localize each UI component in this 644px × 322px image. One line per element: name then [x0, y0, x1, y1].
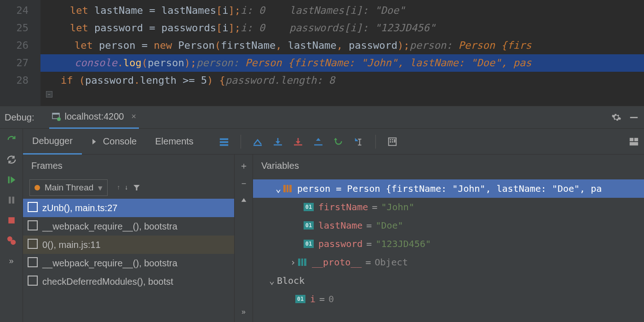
int-icon: 01 — [295, 295, 305, 303]
variables-tree[interactable]: ⌄ person = Person {firstName: "John", la… — [253, 177, 644, 322]
debug-session-tab[interactable]: localhost:4200 × — [49, 106, 139, 129]
svg-rect-7 — [12, 197, 14, 204]
evaluate-expression-button[interactable] — [384, 133, 401, 150]
remove-watch-icon[interactable]: － — [238, 178, 249, 189]
fold-icon[interactable]: − — [46, 91, 52, 98]
svg-rect-13 — [219, 141, 228, 143]
stack-frame[interactable]: __webpack_require__(), bootstra — [23, 254, 234, 272]
svg-marker-11 — [92, 139, 96, 144]
variable-row-lastname[interactable]: 01 lastName = "Doe" — [253, 216, 644, 235]
svg-rect-8 — [8, 217, 15, 224]
stack-frame[interactable]: 0(), main.js:11 — [23, 236, 234, 254]
debug-toolwindow-header: Debug: localhost:4200 × — [0, 106, 644, 129]
view-breakpoints-button[interactable] — [5, 234, 18, 247]
move-up-icon[interactable] — [238, 195, 249, 206]
svg-marker-5 — [11, 177, 15, 184]
frame-label: checkDeferredModules(), bootst — [42, 276, 173, 287]
next-frame-icon[interactable]: ↓ — [125, 184, 128, 192]
frame-icon — [29, 277, 38, 286]
variable-row-i[interactable]: 01 i = 0 — [253, 290, 644, 308]
prev-frame-icon[interactable]: ↑ — [117, 184, 120, 192]
layout-settings-icon[interactable] — [626, 133, 642, 150]
gear-icon[interactable] — [611, 112, 622, 123]
thread-dropdown[interactable]: Main Thread ▾ — [29, 179, 108, 196]
minimize-icon[interactable] — [628, 112, 639, 123]
variable-row-firstname[interactable]: 01 firstName = "John" — [253, 198, 644, 216]
frame-icon — [29, 259, 38, 267]
line-number: 28 — [0, 72, 29, 89]
string-icon: 01 — [304, 203, 314, 211]
run-to-cursor-button[interactable] — [351, 133, 367, 150]
drop-frame-button[interactable] — [330, 133, 347, 150]
debug-action-rail: » — [0, 129, 23, 322]
tab-debugger[interactable]: Debugger — [23, 129, 82, 155]
thread-name: Main Thread — [45, 183, 93, 193]
code-line[interactable]: let lastName = lastNames[i]; i: 0 lastNa… — [40, 2, 644, 19]
pause-button[interactable] — [5, 193, 18, 207]
tab-console[interactable]: Console — [82, 129, 146, 155]
svg-marker-18 — [276, 141, 280, 144]
line-number: 26 — [0, 37, 29, 54]
filter-icon[interactable] — [132, 184, 141, 192]
browser-icon — [52, 112, 61, 121]
code-area[interactable]: let lastName = lastNames[i]; i: 0 lastNa… — [40, 0, 644, 106]
variables-header: Variables — [253, 155, 644, 177]
svg-rect-12 — [219, 138, 228, 140]
code-line[interactable]: console.log(person); person: Person {fir… — [40, 54, 644, 72]
session-label: localhost:4200 — [65, 111, 124, 122]
svg-rect-38 — [630, 142, 638, 145]
debug-panel: » Debugger Console Elements Frames — [0, 129, 644, 322]
step-over-button[interactable] — [270, 133, 286, 150]
resume-button[interactable] — [5, 173, 18, 187]
code-line[interactable]: let password = passwords[i]; i: 0 passwo… — [40, 19, 644, 37]
stack-frame[interactable]: zUnb(), main.ts:27 — [23, 199, 234, 217]
code-line[interactable]: if (password.length >= 5) { password.len… — [40, 72, 644, 89]
svg-point-2 — [57, 117, 61, 121]
more-icon[interactable]: » — [5, 254, 18, 268]
close-icon[interactable]: × — [131, 112, 136, 121]
stack-frame[interactable]: __webpack_require__(), bootstra — [23, 217, 234, 236]
code-editor[interactable]: 24 25 26 27 28 let lastName = lastNames[… — [0, 0, 644, 106]
frame-label: zUnb(), main.ts:27 — [42, 203, 117, 213]
line-number-gutter: 24 25 26 27 28 — [0, 0, 40, 106]
svg-rect-31 — [390, 139, 391, 140]
stack-frame[interactable]: checkDeferredModules(), bootst — [23, 272, 234, 291]
frames-header: Frames — [23, 155, 234, 177]
svg-point-10 — [11, 240, 16, 245]
more-icon[interactable]: » — [238, 306, 249, 317]
svg-rect-4 — [8, 177, 9, 184]
variable-scope-block[interactable]: ⌄ Block — [253, 271, 644, 290]
rerun-button[interactable] — [5, 132, 18, 146]
code-line[interactable]: let person = new Person(firstName, lastN… — [40, 37, 644, 54]
refresh-icon[interactable] — [5, 153, 18, 167]
variable-row-person[interactable]: ⌄ person = Person {firstName: "John", la… — [253, 179, 644, 198]
frame-icon — [29, 204, 38, 212]
step-into-button[interactable] — [290, 133, 306, 150]
svg-rect-35 — [394, 139, 395, 142]
chevron-down-icon[interactable]: ⌄ — [267, 275, 277, 286]
svg-rect-32 — [392, 139, 393, 140]
string-icon: 01 — [304, 221, 314, 230]
step-out-button[interactable] — [310, 133, 327, 150]
line-number: 24 — [0, 2, 29, 19]
variable-row-password[interactable]: 01 password = "123JD456" — [253, 235, 644, 253]
variable-row-proto[interactable]: › __proto__ = Object — [253, 253, 644, 271]
frame-icon — [29, 222, 38, 230]
svg-rect-34 — [392, 141, 393, 143]
add-watch-icon[interactable]: ＋ — [238, 160, 249, 171]
string-icon: 01 — [304, 240, 314, 248]
variables-side-rail: ＋ － » — [235, 155, 253, 322]
threads-icon[interactable] — [216, 133, 232, 150]
tab-elements[interactable]: Elements — [146, 129, 202, 155]
frames-list[interactable]: zUnb(), main.ts:27__webpack_require__(),… — [23, 199, 234, 322]
svg-marker-24 — [316, 138, 321, 141]
svg-rect-37 — [634, 138, 638, 141]
svg-marker-25 — [334, 138, 337, 140]
chevron-right-icon[interactable]: › — [288, 257, 298, 268]
debug-title: Debug: — [5, 112, 34, 123]
variables-panel: Variables ⌄ person = Person {firstName: … — [253, 155, 644, 322]
chevron-down-icon[interactable]: ⌄ — [273, 183, 283, 194]
stop-button[interactable] — [5, 213, 18, 227]
show-execution-point-button[interactable] — [249, 133, 266, 150]
debug-panels: Frames Main Thread ▾ ↑ ↓ zUnb(), main.ts… — [23, 155, 644, 322]
